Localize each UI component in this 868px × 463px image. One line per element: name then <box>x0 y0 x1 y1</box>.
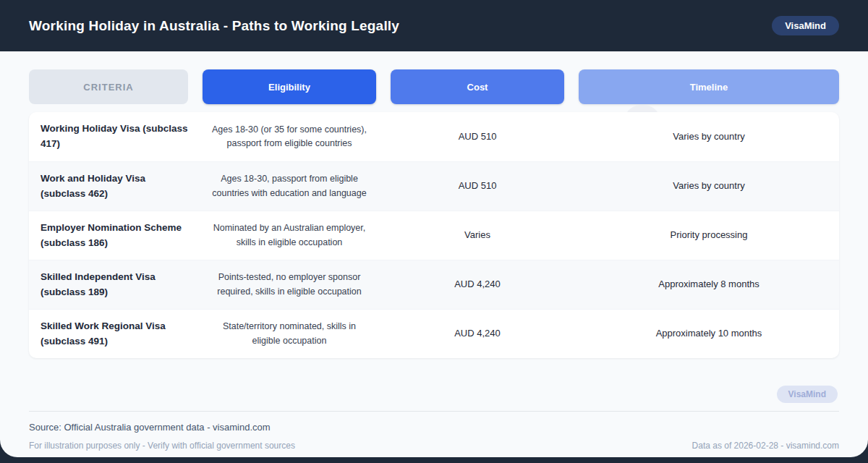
row-cost: Varies <box>391 228 564 242</box>
footer-data-as-of: Data as of 2026-02-28 - visamind.com <box>692 441 839 451</box>
column-header-row: CRITERIA Eligibility Cost Timeline <box>29 69 839 104</box>
row-eligibility: Points-tested, no employer sponsor requi… <box>203 271 376 299</box>
footer-brand-badge[interactable]: VisaMind <box>777 386 838 403</box>
table-row: Work and Holiday Visa (subclass 462) Age… <box>29 161 839 211</box>
column-button-eligibility[interactable]: Eligibility <box>203 69 376 104</box>
row-cost: AUD 4,240 <box>391 277 564 292</box>
column-button-timeline[interactable]: Timeline <box>579 69 839 104</box>
footer-disclaimer: For illustration purposes only - Verify … <box>29 441 295 451</box>
table-row: Employer Nomination Scheme (subclass 186… <box>29 211 839 260</box>
row-cost: AUD 4,240 <box>391 326 564 341</box>
table-row: Skilled Work Regional Visa (subclass 491… <box>29 309 839 358</box>
brand-badge[interactable]: VisaMind <box>772 16 839 35</box>
row-criteria: Skilled Independent Visa (subclass 189) <box>29 270 188 300</box>
column-button-cost[interactable]: Cost <box>391 69 564 104</box>
footer-source-text: Source: Official Australia government da… <box>29 422 271 433</box>
row-criteria: Skilled Work Regional Visa (subclass 491… <box>29 319 188 349</box>
table-row: Skilled Independent Visa (subclass 189) … <box>29 260 839 309</box>
comparison-table: Working Holiday Visa (subclass 417) Ages… <box>29 112 839 358</box>
row-timeline: Priority processing <box>579 228 839 242</box>
footer-meta-row: For illustration purposes only - Verify … <box>29 441 839 451</box>
row-timeline: Approximately 10 months <box>579 326 839 341</box>
table-row: Working Holiday Visa (subclass 417) Ages… <box>29 112 839 161</box>
column-button-criteria[interactable]: CRITERIA <box>29 69 188 104</box>
row-criteria: Work and Holiday Visa (subclass 462) <box>29 171 188 202</box>
row-eligibility: Nominated by an Australian employer, ski… <box>203 221 376 250</box>
row-criteria: Employer Nomination Scheme (subclass 186… <box>29 221 188 251</box>
row-timeline: Varies by country <box>579 129 839 144</box>
app-header: Working Holiday in Australia - Paths to … <box>0 0 868 51</box>
row-cost: AUD 510 <box>391 129 564 144</box>
footer-divider <box>29 411 839 412</box>
row-cost: AUD 510 <box>391 179 564 193</box>
content-panel: CRITERIA Eligibility Cost Timeline Worki… <box>0 51 868 457</box>
row-eligibility: Ages 18-30 (or 35 for some countries), p… <box>203 123 376 151</box>
row-criteria: Working Holiday Visa (subclass 417) <box>29 122 188 152</box>
row-timeline: Approximately 8 months <box>579 277 839 292</box>
page-title: Working Holiday in Australia - Paths to … <box>29 18 399 34</box>
row-eligibility: Ages 18-30, passport from eligible count… <box>203 172 376 200</box>
row-timeline: Varies by country <box>579 179 839 193</box>
row-eligibility: State/territory nominated, skills in eli… <box>203 320 376 348</box>
